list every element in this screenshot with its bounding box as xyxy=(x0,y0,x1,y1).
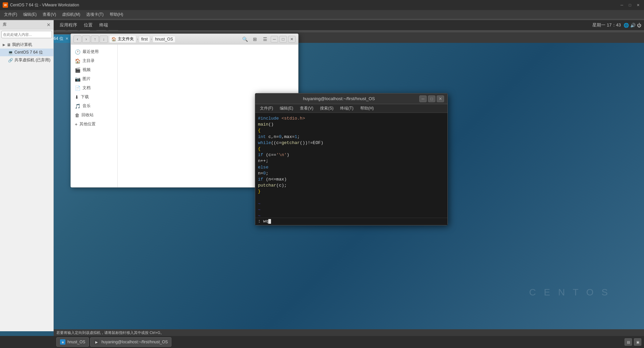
term-menu-terminal[interactable]: 终端(T) xyxy=(337,105,356,112)
recent-icon: 🕐 xyxy=(75,49,80,55)
taskbar-item-hnust[interactable]: ■ hnust_OS xyxy=(56,337,89,347)
term-command-line[interactable]: : wq xyxy=(255,218,447,225)
power-icon[interactable]: ⏻ xyxy=(637,23,641,28)
code-line-6: { xyxy=(258,146,445,152)
term-menu-file[interactable]: 文件(F) xyxy=(257,105,276,112)
vmware-title: CentOS 7 64 位 - VMware Workstation xyxy=(10,2,619,8)
code-line-9: else xyxy=(258,164,445,170)
menu-edit[interactable]: 编辑(E) xyxy=(20,11,39,18)
code-line-1: #include <stdio.h> xyxy=(258,116,445,122)
restore-button[interactable]: □ xyxy=(627,2,633,8)
code-line-13: } xyxy=(258,189,445,195)
fm-path-first[interactable]: first xyxy=(139,36,150,43)
term-menu-help[interactable]: 帮助(H) xyxy=(358,105,377,112)
cursor xyxy=(268,219,271,224)
fm-minimize-button[interactable]: ─ xyxy=(271,36,278,43)
vmware-menubar: 文件(F) 编辑(E) 查看(V) 虚拟机(M) 选项卡(T) 帮助(H) xyxy=(0,10,644,19)
term-title-text: huyaning@localhost:~/first/hnust_OS xyxy=(259,96,419,101)
fm-sidebar-other[interactable]: + 其他位置 xyxy=(71,120,117,129)
fm-path-hnust[interactable]: hnust_OS xyxy=(153,36,175,43)
places-menu-button[interactable]: 位置 xyxy=(80,20,96,30)
videos-label: 视频 xyxy=(83,67,91,73)
expand-icon: ▶ xyxy=(3,43,5,47)
tree-item-my-computer[interactable]: ▶ 🖥 我的计算机 xyxy=(0,41,53,49)
term-menubar: 文件(F) 编辑(E) 查看(V) 搜索(S) 终端(T) 帮助(H) xyxy=(255,104,447,113)
sidebar-search-input[interactable] xyxy=(1,31,52,38)
vm-icon: 💻 xyxy=(8,50,13,55)
menu-file[interactable]: 文件(F) xyxy=(1,11,20,18)
term-close-button[interactable]: ✕ xyxy=(437,95,444,102)
tab-centos-close-icon[interactable]: ✕ xyxy=(65,37,68,41)
code-line-2: main() xyxy=(258,122,445,128)
taskbar-item-icon-terminal: ▶ xyxy=(94,339,99,345)
vmware-icon: W xyxy=(3,2,8,8)
tree-item-centos[interactable]: 💻 CentOS 7 64 位 xyxy=(0,49,53,56)
taskbar-layout-btn-1[interactable]: ▤ xyxy=(625,338,632,346)
downloads-label: 下载 xyxy=(81,94,89,100)
fm-sidebar-documents[interactable]: 📄 文档 xyxy=(71,83,117,92)
fm-sidebar-recent[interactable]: 🕐 最近使用 xyxy=(71,47,117,56)
other-icon: + xyxy=(75,122,77,127)
sidebar-close-button[interactable]: ✕ xyxy=(47,22,51,27)
home-path-icon: 🏠 xyxy=(111,37,116,42)
sidebar-title: 库 xyxy=(3,22,7,27)
taskbar-layout-btn-2[interactable]: ▣ xyxy=(634,338,641,346)
fm-close-button[interactable]: ✕ xyxy=(288,36,296,43)
fm-down-button[interactable]: ↓ xyxy=(100,36,108,43)
menu-view[interactable]: 查看(V) xyxy=(40,11,59,18)
term-minimize-button[interactable]: ─ xyxy=(419,95,427,102)
path-sep-1: › xyxy=(137,37,138,42)
fm-sidebar-home[interactable]: 🏠 主目录 xyxy=(71,56,117,65)
network-icon: 🌐 xyxy=(624,23,629,28)
term-menu-edit[interactable]: 编辑(E) xyxy=(277,105,296,112)
code-line-tilde-1: ~ xyxy=(258,201,445,207)
documents-label: 文档 xyxy=(83,85,91,91)
menu-help[interactable]: 帮助(H) xyxy=(107,11,126,18)
fm-back-button[interactable]: ‹ xyxy=(73,36,82,43)
code-line-7: if (c=='\n') xyxy=(258,152,445,158)
fm-sidebar-trash[interactable]: 🗑 回收站 xyxy=(71,111,117,120)
terminal-window: huyaning@localhost:~/first/hnust_OS ─ □ … xyxy=(255,93,448,225)
term-window-controls: ─ □ ✕ xyxy=(419,95,444,102)
fm-sidebar-downloads[interactable]: ⬇ 下载 xyxy=(71,92,117,101)
menu-vm[interactable]: 虚拟机(M) xyxy=(59,11,83,18)
fm-forward-button[interactable]: › xyxy=(82,36,90,43)
term-body[interactable]: #include <stdio.h> main() { int c,n=0,ma… xyxy=(255,113,447,218)
home-dir-label: 主目录 xyxy=(83,58,95,64)
fm-sidebar-pictures[interactable]: 📷 图片 xyxy=(71,74,117,83)
fm-sidebar-videos[interactable]: 🎬 视频 xyxy=(71,65,117,74)
documents-icon: 📄 xyxy=(75,85,80,91)
fm-list-view-button[interactable]: ☰ xyxy=(261,36,269,43)
code-line-tilde-2: ~ xyxy=(258,207,445,213)
tree-item-shared[interactable]: 🔗 共享虚拟机 (已弃用) xyxy=(0,56,53,64)
menu-tab[interactable]: 选项卡(T) xyxy=(84,11,106,18)
apps-menu-button[interactable]: 应用程序 xyxy=(56,20,80,30)
fm-path-bar: 🏠 主文件夹 › first › hnust_OS xyxy=(109,35,239,43)
term-menu-search[interactable]: 搜索(S) xyxy=(317,105,336,112)
code-line-10: n=0; xyxy=(258,170,445,177)
fm-grid-view-button[interactable]: ⊞ xyxy=(251,36,259,43)
term-titlebar: huyaning@localhost:~/first/hnust_OS ─ □ … xyxy=(255,93,447,104)
taskbar-label-terminal: huyaning@localhost:~/first/hnust_OS xyxy=(101,340,168,344)
fm-sidebar-music[interactable]: 🎵 音乐 xyxy=(71,101,117,111)
pictures-label: 图片 xyxy=(83,76,91,82)
shared-icon: 🔗 xyxy=(8,58,13,63)
term-maximize-button[interactable]: □ xyxy=(428,95,435,102)
close-button[interactable]: ✕ xyxy=(635,2,641,8)
minimize-button[interactable]: ─ xyxy=(619,2,625,8)
fm-path-home[interactable]: 🏠 主文件夹 xyxy=(109,35,136,43)
clock-text: 星期一 17：43 xyxy=(592,22,621,28)
other-label: 其他位置 xyxy=(79,121,96,127)
home-nav-icon: 🏠 xyxy=(75,58,80,64)
fm-trash-icon: 🗑 xyxy=(75,113,79,118)
terminal-menu-button[interactable]: 终端 xyxy=(96,20,111,30)
taskbar-item-icon-hnust: ■ xyxy=(60,339,65,345)
recent-label: 最近使用 xyxy=(83,49,99,55)
fm-maximize-button[interactable]: □ xyxy=(279,36,287,43)
term-menu-view[interactable]: 查看(V) xyxy=(297,105,316,112)
taskbar-item-terminal[interactable]: ▶ huyaning@localhost:~/first/hnust_OS xyxy=(90,337,171,347)
fm-up-button[interactable]: ↑ xyxy=(91,36,99,43)
fm-toolbar-btns: 🔍 ⊞ ☰ xyxy=(239,35,271,44)
videos-icon: 🎬 xyxy=(75,67,80,73)
fm-search-button[interactable]: 🔍 xyxy=(240,36,249,43)
